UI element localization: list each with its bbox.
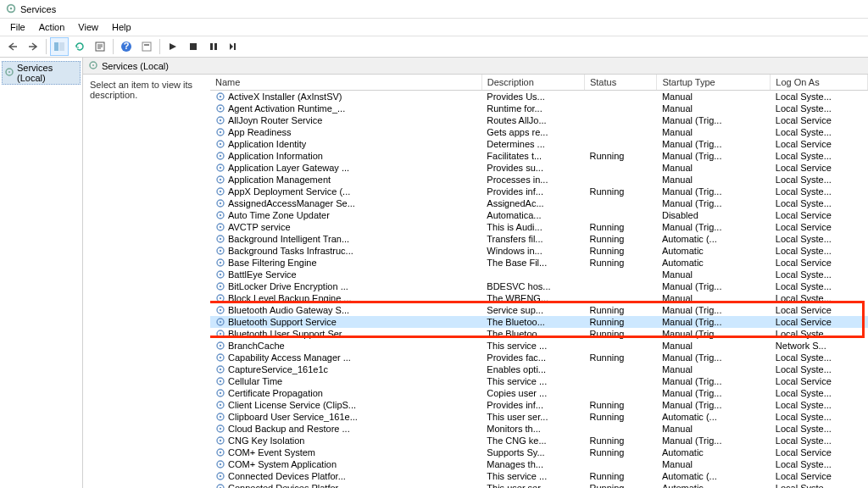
table-row[interactable]: Bluetooth Support ServiceThe Bluetoo...R… bbox=[210, 316, 868, 328]
table-row[interactable]: AVCTP serviceThis is Audi...RunningManua… bbox=[210, 221, 868, 233]
table-row[interactable]: Application Layer Gateway ...Provides su… bbox=[210, 162, 868, 174]
cell-name: AssignedAccessManager Se... bbox=[210, 197, 481, 209]
table-row[interactable]: Cloud Backup and Restore ...Monitors th.… bbox=[210, 423, 868, 435]
svg-rect-12 bbox=[234, 43, 236, 50]
table-row[interactable]: Background Tasks Infrastruc...Windows in… bbox=[210, 245, 868, 257]
start-button[interactable] bbox=[164, 37, 182, 56]
service-list[interactable]: Name Description Status Startup Type Log… bbox=[210, 75, 868, 488]
svg-point-22 bbox=[220, 119, 221, 121]
cell-status bbox=[584, 209, 656, 221]
cell-logon: Local Service bbox=[771, 257, 868, 269]
table-row[interactable]: AppX Deployment Service (...Provides inf… bbox=[210, 186, 868, 197]
cell-status bbox=[584, 458, 656, 470]
cell-name: BattlEye Service bbox=[210, 269, 481, 280]
table-row[interactable]: BitLocker Drive Encryption ...BDESVC hos… bbox=[210, 280, 868, 292]
column-name[interactable]: Name bbox=[210, 75, 481, 91]
table-row[interactable]: AssignedAccessManager Se...AssignedAc...… bbox=[210, 197, 868, 209]
svg-point-38 bbox=[220, 214, 221, 216]
table-row[interactable]: BattlEye ServiceManualLocal Syste... bbox=[210, 269, 868, 280]
cell-description: Copies user ... bbox=[481, 387, 584, 399]
export-button[interactable] bbox=[91, 37, 109, 56]
cell-status bbox=[584, 91, 656, 103]
cell-startup: Manual bbox=[657, 363, 771, 375]
menu-file[interactable]: File bbox=[3, 20, 32, 34]
cell-description: This user ser... bbox=[481, 482, 584, 488]
table-row[interactable]: CNG Key IsolationThe CNG ke...RunningMan… bbox=[210, 435, 868, 446]
forward-button[interactable] bbox=[24, 37, 42, 56]
cell-startup: Manual (Trig... bbox=[657, 375, 771, 387]
show-hide-button[interactable] bbox=[50, 37, 69, 56]
restart-button[interactable] bbox=[225, 37, 243, 56]
cell-description: Gets apps re... bbox=[481, 126, 584, 138]
menu-help[interactable]: Help bbox=[105, 20, 138, 34]
cell-description: This is Audi... bbox=[481, 221, 584, 233]
table-row[interactable]: Base Filtering EngineThe Base Fil...Runn… bbox=[210, 257, 868, 269]
table-row[interactable]: Block Level Backup Engine ...The WBENG..… bbox=[210, 292, 868, 304]
svg-point-72 bbox=[220, 416, 221, 418]
svg-rect-2 bbox=[54, 42, 58, 51]
menu-action[interactable]: Action bbox=[32, 20, 72, 34]
description-placeholder: Select an item to view its description. bbox=[90, 80, 203, 100]
table-row[interactable]: Bluetooth Audio Gateway S...Service sup.… bbox=[210, 304, 868, 316]
refresh-button[interactable] bbox=[70, 37, 89, 56]
table-row[interactable]: BranchCacheThis service ...ManualNetwork… bbox=[210, 340, 868, 352]
table-row[interactable]: Application ManagementProcesses in...Man… bbox=[210, 174, 868, 186]
table-row[interactable]: Auto Time Zone UpdaterAutomatica...Disab… bbox=[210, 209, 868, 221]
cell-status: Running bbox=[584, 470, 656, 482]
svg-point-60 bbox=[220, 345, 221, 347]
cell-name: Auto Time Zone Updater bbox=[210, 209, 481, 221]
table-row[interactable]: App ReadinessGets apps re...ManualLocal … bbox=[210, 126, 868, 138]
table-row[interactable]: Capability Access Manager ...Provides fa… bbox=[210, 352, 868, 363]
cell-description: This user ser... bbox=[481, 411, 584, 423]
table-row[interactable]: Application IdentityDetermines ...Manual… bbox=[210, 138, 868, 150]
properties-button[interactable] bbox=[137, 37, 156, 56]
help-button[interactable]: ? bbox=[117, 37, 136, 56]
cell-logon: Local Syste... bbox=[771, 399, 868, 411]
table-row[interactable]: ActiveX Installer (AxInstSV)Provides Us.… bbox=[210, 91, 868, 103]
cell-description: This service ... bbox=[481, 375, 584, 387]
table-row[interactable]: Application InformationFacilitates t...R… bbox=[210, 150, 868, 162]
table-row[interactable]: Connected Devices Platfor...This service… bbox=[210, 470, 868, 482]
column-status[interactable]: Status bbox=[584, 75, 656, 91]
cell-description: The CNG ke... bbox=[481, 435, 584, 446]
back-button[interactable] bbox=[3, 37, 22, 56]
cell-startup: Manual (Trig... bbox=[657, 316, 771, 328]
cell-startup: Manual bbox=[657, 458, 771, 470]
cell-logon: Local Syste... bbox=[771, 150, 868, 162]
table-row[interactable]: AllJoyn Router ServiceRoutes AllJo...Man… bbox=[210, 114, 868, 126]
table-row[interactable]: COM+ Event SystemSupports Sy...RunningAu… bbox=[210, 446, 868, 458]
cell-startup: Manual (Trig... bbox=[657, 138, 771, 150]
column-description[interactable]: Description bbox=[481, 75, 584, 91]
svg-point-52 bbox=[220, 297, 221, 299]
table-row[interactable]: Clipboard User Service_161e...This user … bbox=[210, 411, 868, 423]
table-row[interactable]: Agent Activation Runtime_...Runtime for.… bbox=[210, 103, 868, 114]
table-row[interactable]: Client License Service (ClipS...Provides… bbox=[210, 399, 868, 411]
svg-point-82 bbox=[220, 475, 221, 477]
pause-button[interactable] bbox=[204, 37, 223, 56]
cell-name: Clipboard User Service_161e... bbox=[210, 411, 481, 423]
table-row[interactable]: Connected Devices Platfor...This user se… bbox=[210, 482, 868, 488]
cell-description: Windows in... bbox=[481, 245, 584, 257]
table-row[interactable]: CaptureService_161e1cEnables opti...Manu… bbox=[210, 363, 868, 375]
table-row[interactable]: Background Intelligent Tran...Transfers … bbox=[210, 233, 868, 245]
cell-status: Running bbox=[584, 150, 656, 162]
table-row[interactable]: Bluetooth User Support Ser...The Bluetoo… bbox=[210, 328, 868, 340]
cell-name: Agent Activation Runtime_... bbox=[210, 103, 481, 114]
cell-startup: Manual bbox=[657, 162, 771, 174]
svg-point-26 bbox=[220, 143, 221, 145]
cell-name: Background Intelligent Tran... bbox=[210, 233, 481, 245]
cell-startup: Manual bbox=[657, 269, 771, 280]
cell-description: This service ... bbox=[481, 470, 584, 482]
tree-item-services-local[interactable]: Services (Local) bbox=[2, 61, 81, 85]
svg-point-66 bbox=[220, 380, 221, 382]
table-row[interactable]: Cellular TimeThis service ...Manual (Tri… bbox=[210, 375, 868, 387]
content-header-label: Services (Local) bbox=[102, 61, 169, 71]
stop-button[interactable] bbox=[184, 37, 203, 56]
cell-logon: Local Syste... bbox=[771, 126, 868, 138]
column-startup[interactable]: Startup Type bbox=[657, 75, 771, 91]
column-logon[interactable]: Log On As bbox=[771, 75, 868, 91]
table-row[interactable]: COM+ System ApplicationManages th...Manu… bbox=[210, 458, 868, 470]
menu-view[interactable]: View bbox=[71, 20, 105, 34]
table-row[interactable]: Certificate PropagationCopies user ...Ma… bbox=[210, 387, 868, 399]
svg-point-50 bbox=[220, 286, 221, 287]
